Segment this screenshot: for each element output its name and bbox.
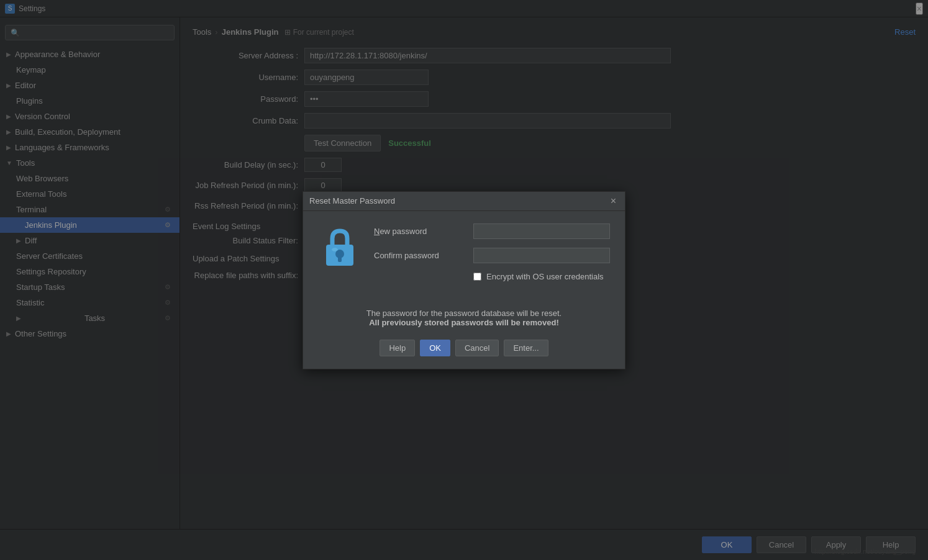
modal-form: New password Confirm password Encrypt wi… bbox=[374, 224, 610, 290]
modal-close-button[interactable]: × bbox=[608, 196, 619, 207]
modal-footer: Help OK Cancel Enter... bbox=[303, 331, 625, 369]
encrypt-checkbox-row: Encrypt with OS user credentials bbox=[473, 272, 610, 281]
svg-rect-2 bbox=[338, 257, 342, 262]
lock-svg bbox=[321, 226, 358, 271]
new-password-label: New password bbox=[374, 227, 473, 236]
modal-help-button[interactable]: Help bbox=[380, 340, 415, 356]
new-password-row: New password bbox=[374, 224, 610, 239]
modal-message-line1: The password for the password database w… bbox=[309, 309, 619, 318]
reset-master-password-dialog: Reset Master Password × bbox=[303, 191, 625, 369]
new-password-underline: N bbox=[374, 227, 380, 236]
new-password-input[interactable] bbox=[473, 224, 610, 239]
svg-point-3 bbox=[332, 248, 338, 251]
modal-message: The password for the password database w… bbox=[303, 309, 625, 327]
confirm-password-input[interactable] bbox=[473, 248, 610, 263]
modal-enter-button[interactable]: Enter... bbox=[504, 340, 548, 356]
modal-message-line2: All previously stored passwords will be … bbox=[309, 318, 619, 327]
modal-overlay: Reset Master Password × bbox=[0, 0, 928, 560]
modal-titlebar: Reset Master Password × bbox=[303, 192, 625, 211]
lock-icon bbox=[318, 224, 362, 273]
encrypt-label: Encrypt with OS user credentials bbox=[486, 272, 604, 281]
encrypt-checkbox[interactable] bbox=[473, 273, 481, 281]
modal-title: Reset Master Password bbox=[309, 196, 395, 205]
confirm-password-row: Confirm password bbox=[374, 248, 610, 263]
modal-body: New password Confirm password Encrypt wi… bbox=[303, 211, 625, 302]
confirm-password-label: Confirm password bbox=[374, 251, 473, 260]
modal-cancel-button[interactable]: Cancel bbox=[455, 340, 499, 356]
modal-ok-button[interactable]: OK bbox=[420, 340, 450, 356]
